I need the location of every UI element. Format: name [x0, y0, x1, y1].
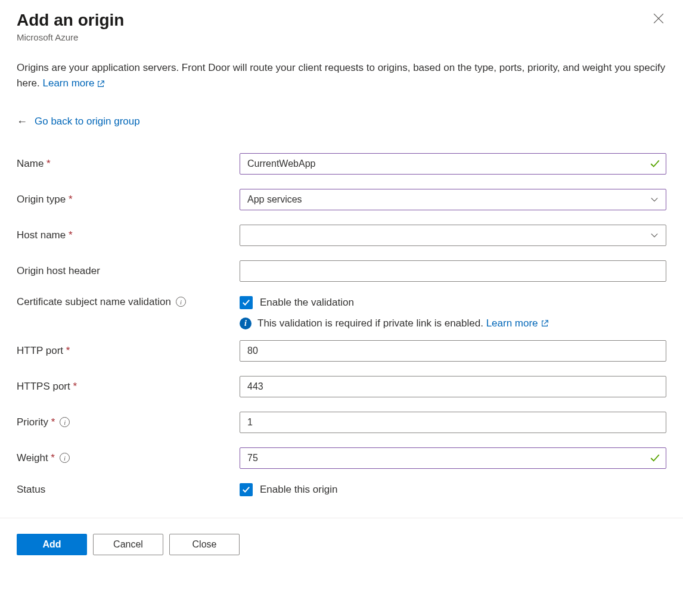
http-port-label: HTTP port * — [17, 345, 240, 357]
check-icon — [650, 158, 660, 169]
https-port-input[interactable] — [240, 376, 666, 397]
priority-input[interactable] — [240, 412, 666, 433]
cert-validation-label: Certificate subject name validation i — [17, 296, 240, 308]
status-checkbox[interactable] — [240, 483, 253, 496]
form-row-weight: Weight * i — [17, 447, 666, 469]
cert-validation-checkbox-label: Enable the validation — [260, 297, 354, 309]
info-circle-icon: i — [240, 318, 252, 329]
form-row-origin-type: Origin type * App services — [17, 189, 666, 210]
close-button[interactable]: Close — [169, 534, 240, 555]
form-row-http-port: HTTP port * — [17, 340, 666, 362]
cert-validation-checkbox[interactable] — [240, 296, 253, 309]
status-checkbox-label: Enable this origin — [260, 484, 337, 496]
form-row-priority: Priority * i — [17, 412, 666, 433]
footer: Add Cancel Close — [0, 518, 683, 571]
form-row-cert-validation: Certificate subject name validation i En… — [17, 296, 666, 329]
status-label: Status — [17, 484, 240, 496]
weight-label: Weight * i — [17, 452, 240, 464]
arrow-left-icon: ← — [17, 116, 27, 128]
back-link[interactable]: ← Go back to origin group — [17, 116, 140, 128]
info-icon[interactable]: i — [60, 417, 70, 427]
chevron-down-icon — [650, 231, 659, 239]
check-icon — [650, 453, 660, 463]
form-row-status: Status Enable this origin — [17, 483, 666, 496]
form-row-origin-host-header: Origin host header — [17, 260, 666, 282]
form-row-name: Name * — [17, 153, 666, 175]
panel-header: Add an origin Microsoft Azure — [17, 11, 666, 42]
add-button[interactable]: Add — [17, 534, 87, 555]
origin-host-header-label: Origin host header — [17, 265, 240, 277]
form-row-https-port: HTTPS port * — [17, 376, 666, 397]
cancel-button[interactable]: Cancel — [93, 534, 163, 555]
https-port-label: HTTPS port * — [17, 381, 240, 393]
chevron-down-icon — [650, 195, 659, 204]
weight-input[interactable] — [240, 447, 666, 469]
page-subtitle: Microsoft Azure — [17, 32, 124, 42]
http-port-input[interactable] — [240, 340, 666, 362]
host-name-label: Host name * — [17, 229, 240, 241]
origin-type-select[interactable]: App services — [240, 189, 666, 210]
name-label: Name * — [17, 158, 240, 170]
origin-type-label: Origin type * — [17, 194, 240, 206]
name-input[interactable] — [240, 153, 666, 175]
priority-label: Priority * i — [17, 416, 240, 428]
host-name-select[interactable] — [240, 225, 666, 246]
info-icon[interactable]: i — [176, 297, 186, 307]
external-link-icon — [97, 80, 105, 88]
learn-more-link[interactable]: Learn more — [42, 76, 105, 91]
external-link-icon — [541, 319, 549, 328]
close-icon[interactable] — [651, 11, 666, 28]
intro-text: Origins are your application servers. Fr… — [17, 60, 666, 92]
origin-host-header-input[interactable] — [240, 260, 666, 282]
cert-learn-more-link[interactable]: Learn more — [486, 318, 549, 329]
info-icon[interactable]: i — [60, 453, 70, 463]
form-row-host-name: Host name * — [17, 225, 666, 246]
page-title: Add an origin — [17, 11, 124, 30]
cert-validation-info: i This validation is required if private… — [240, 318, 666, 329]
